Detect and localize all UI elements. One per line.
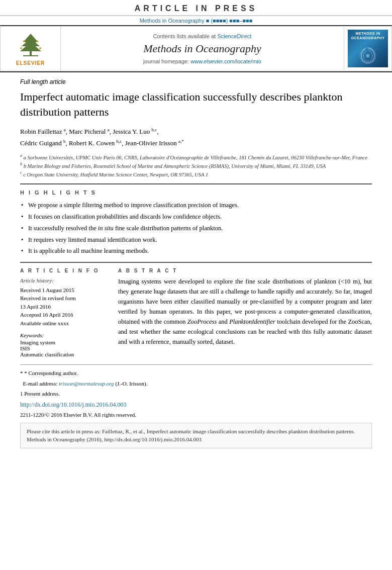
highlights-list: We propose a simple filtering method to … <box>20 200 372 257</box>
corresponding-author-note: * * Corresponding author. <box>20 369 372 377</box>
abstract-col: A B S T R A C T Imaging systems were dev… <box>118 268 372 357</box>
journal-header: ELSEVIER Contents lists available at Sci… <box>0 25 392 71</box>
authors-block: Robin Faillettaz a, Marc Picheral a, Jes… <box>20 126 372 148</box>
elsevier-logo: ELSEVIER <box>1 26 61 71</box>
highlight-item-1: We propose a simple filtering method to … <box>20 200 372 211</box>
article-info-col: A R T I C L E I N F O Article history: R… <box>20 268 108 357</box>
journal-name: Methods in Oceanography <box>71 42 334 55</box>
journal-center-info: Contents lists available at ScienceDirec… <box>61 29 344 68</box>
highlight-item-2: It focuses on classification probabiliti… <box>20 211 372 223</box>
keyword-2: ISIS <box>20 345 108 351</box>
email-label: E-mail address: <box>23 381 59 387</box>
article-title: Imperfect automatic image classification… <box>20 89 372 119</box>
copyright-notice: 2211-1220/© 2016 Elsevier B.V. All right… <box>20 412 372 418</box>
present-address-note: 1 Present address. <box>20 391 60 397</box>
email-suffix: (J.-O. Irisson). <box>114 381 148 387</box>
revised-date: 13 April 2016 <box>20 303 108 311</box>
svg-point-5 <box>23 40 25 42</box>
abstract-heading: A B S T R A C T <box>118 268 372 273</box>
homepage-url-link[interactable]: www.elsevier.com/locate/mio <box>190 58 261 64</box>
highlights-section: H I G H L I G H T S We propose a simple … <box>20 189 372 257</box>
received-date: Received 1 August 2015 <box>20 286 108 295</box>
homepage-label: journal homepage: <box>143 58 190 64</box>
doi-link[interactable]: http://dx.doi.org/10.1016/j.mio.2016.04.… <box>20 401 372 409</box>
citation-box: Please cite this article in press as: Fa… <box>20 423 372 448</box>
history-label: Article history: <box>20 276 108 285</box>
svg-rect-1 <box>23 55 38 56</box>
affiliation-c: c Oregon State University, Hatfield Mari… <box>23 172 208 177</box>
svg-point-7 <box>20 47 22 49</box>
article-info-block: Article history: Received 1 August 2015 … <box>20 276 108 327</box>
keywords-label: Keywords: <box>20 332 108 338</box>
two-col-layout: A R T I C L E I N F O Article history: R… <box>20 268 372 357</box>
article-info-heading: A R T I C L E I N F O <box>20 268 108 273</box>
email-note: E-mail address: irisson@normalesup.org (… <box>20 379 372 388</box>
sciencedirect-link[interactable]: ScienceDirect <box>217 33 251 39</box>
svg-point-6 <box>36 40 38 42</box>
journal-logo: METHODS IN OCEANOGRAPHY <box>344 27 391 70</box>
banner-text: ARTICLE IN PRESS <box>135 4 257 13</box>
svg-point-11 <box>367 55 369 57</box>
affiliation-b: b Marine Biology and Fisheries, Rosensti… <box>24 163 326 168</box>
journal-issue-text: Methods in Oceanography ■ (■■■■) ■■■–■■■ <box>140 18 253 24</box>
highlight-item-4: It requires very limited manual identifi… <box>20 234 372 246</box>
highlights-divider <box>20 262 372 263</box>
article-type-label: Full length article <box>20 78 372 85</box>
svg-marker-4 <box>20 42 41 51</box>
abstract-text: Imaging systems were developed to explor… <box>118 276 372 347</box>
footer-notes: * * Corresponding author. E-mail address… <box>20 364 372 418</box>
ocean-swirl-icon <box>355 45 380 65</box>
citation-text: Please cite this article in press as: Fa… <box>27 428 355 443</box>
revised-label: Received in revised form <box>20 294 108 303</box>
highlight-item-5: It is applicable to all machine learning… <box>20 245 372 257</box>
email-address[interactable]: irisson@normalesup.org <box>59 381 114 387</box>
journal-issue-line: Methods in Oceanography ■ (■■■■) ■■■–■■■ <box>0 16 392 25</box>
highlights-heading: H I G H L I G H T S <box>20 189 372 196</box>
keyword-3: Automatic classification <box>20 351 108 357</box>
ocean-logo-box: METHODS IN OCEANOGRAPHY <box>348 30 388 67</box>
main-content: Full length article Imperfect automatic … <box>0 71 392 453</box>
sciencedirect-line: Contents lists available at ScienceDirec… <box>71 33 334 39</box>
homepage-line: journal homepage: www.elsevier.com/locat… <box>71 58 334 64</box>
keywords-section: Keywords: Imaging system ISIS Automatic … <box>20 332 108 357</box>
article-in-press-banner: ARTICLE IN PRESS <box>0 0 392 16</box>
footnote-1: 1 Present address. <box>20 390 372 398</box>
accepted-date: Accepted 16 April 2016 <box>20 311 108 319</box>
obtained-word: obtained <box>118 318 140 325</box>
ocean-logo-text: METHODS IN OCEANOGRAPHY <box>350 30 386 40</box>
keyword-1: Imaging system <box>20 339 108 345</box>
sciencedirect-label: Contents lists available at <box>153 33 218 39</box>
elsevier-tree-icon <box>13 31 48 59</box>
available-online: Available online xxxx <box>20 319 108 328</box>
corresponding-label: * Corresponding author. <box>24 370 78 376</box>
elsevier-wordmark: ELSEVIER <box>16 60 45 66</box>
svg-point-8 <box>39 47 41 49</box>
affiliation-a: a Sorbonne Universités, UPMC Univ Paris … <box>24 154 367 160</box>
highlight-item-3: It successfully resolved the in situ fin… <box>20 223 372 234</box>
affiliations-block: a a Sorbonne Universités, UPMC Univ Pari… <box>20 153 372 179</box>
main-divider <box>20 183 372 184</box>
